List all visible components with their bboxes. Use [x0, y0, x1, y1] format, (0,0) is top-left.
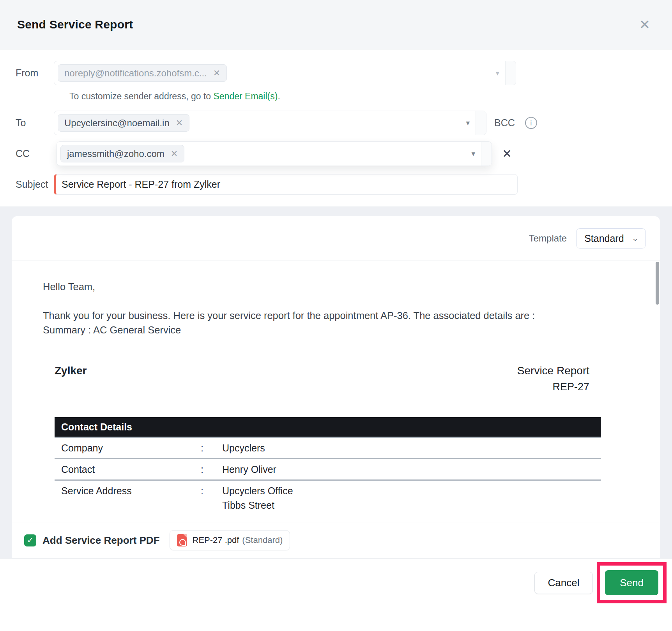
from-dropdown-icon[interactable]: ▾ [495, 69, 499, 78]
cancel-button[interactable]: Cancel [534, 572, 593, 594]
to-row: To Upcyclersinc@noemail.in ✕ ▾ BCC i [0, 111, 672, 135]
modal-footer: Cancel Send [0, 558, 672, 607]
email-greeting: Hello Team, [43, 280, 565, 294]
row-colon: : [201, 485, 222, 511]
pdf-icon [177, 534, 187, 546]
row-label: Service Address [61, 485, 201, 511]
row-value: Henry Oliver [222, 464, 276, 475]
subject-label: Subject [0, 179, 54, 190]
report-header: Zylker Service Report REP-27 [43, 365, 589, 393]
cc-row: CC jamessmith@zoho.com ✕ ▾ ✕ [0, 141, 672, 166]
from-address-text: noreply@notifications.zohofsm.c... [64, 68, 207, 79]
email-paragraph-text: Thank you for your business. Here is you… [43, 310, 535, 321]
report-doc-block: Service Report REP-27 [517, 365, 589, 393]
report-company-name: Zylker [55, 365, 87, 393]
cc-address-chip[interactable]: jamessmith@zoho.com ✕ [60, 145, 184, 162]
check-icon: ✓ [27, 536, 34, 545]
to-field[interactable]: Upcyclersinc@noemail.in ✕ ▾ [54, 111, 486, 135]
remove-cc-chip-icon[interactable]: ✕ [171, 149, 178, 159]
modal-header: Send Service Report ✕ [0, 0, 672, 49]
row-value-line1: Upcyclers Office [222, 485, 293, 497]
table-row: Service Address : Upcyclers Office Tibbs… [55, 479, 601, 515]
info-icon[interactable]: i [525, 117, 537, 129]
attachment-file-name: REP-27 .pdf [193, 535, 239, 545]
from-row: From noreply@notifications.zohofsm.c... … [0, 61, 672, 85]
row-value: Upcyclers Office Tibbs Street [222, 485, 293, 511]
send-highlight-annotation: Send [597, 562, 667, 603]
send-button[interactable]: Send [605, 570, 658, 595]
cc-dropdown-icon[interactable]: ▾ [471, 149, 475, 158]
to-address-chip[interactable]: Upcyclersinc@noemail.in ✕ [58, 114, 189, 132]
chevron-down-icon: ⌄ [631, 235, 639, 242]
template-toolbar: Template Standard ⌄ [12, 216, 660, 261]
to-field-endcap [476, 111, 486, 135]
from-address-chip[interactable]: noreply@notifications.zohofsm.c... ✕ [58, 64, 227, 82]
from-field-endcap [505, 61, 516, 85]
attachment-file-chip[interactable]: REP-27 .pdf (Standard) [170, 530, 290, 550]
template-selected-value: Standard [584, 233, 624, 244]
row-label: Contact [61, 464, 201, 475]
page-title: Send Service Report [17, 18, 133, 31]
subject-input[interactable]: Service Report - REP-27 from Zylker [54, 174, 518, 195]
row-value: Upcyclers [222, 442, 265, 454]
report-doc-title: Service Report [517, 365, 589, 377]
bcc-toggle[interactable]: BCC [494, 117, 515, 129]
attachment-file-variant: (Standard) [242, 535, 283, 545]
remove-cc-row-icon[interactable]: ✕ [502, 148, 512, 160]
template-label: Template [529, 233, 567, 244]
add-report-pdf-label: Add Service Report PDF [42, 534, 160, 546]
attachment-row: ✓ Add Service Report PDF REP-27 .pdf (St… [12, 522, 660, 558]
cc-address-text: jamessmith@zoho.com [67, 148, 164, 159]
remove-to-icon[interactable]: ✕ [176, 118, 183, 128]
from-field[interactable]: noreply@notifications.zohofsm.c... ✕ ▾ [54, 61, 516, 85]
to-label: To [0, 117, 54, 129]
close-icon[interactable]: ✕ [639, 18, 651, 31]
row-value-line2: Tibbs Street [222, 500, 293, 511]
template-card: Template Standard ⌄ Hello Team, Thank yo… [12, 216, 660, 558]
row-colon: : [201, 464, 222, 475]
email-paragraph: Thank you for your business. Here is you… [43, 308, 565, 337]
template-band: Template Standard ⌄ Hello Team, Thank yo… [0, 206, 672, 558]
contact-details-header: Contact Details [55, 417, 601, 437]
add-report-pdf-checkbox[interactable]: ✓ [24, 534, 36, 546]
report-doc-number: REP-27 [517, 381, 589, 393]
cc-field-endcap [481, 142, 492, 166]
row-label: Company [61, 442, 201, 454]
cc-label: CC [0, 148, 54, 159]
to-dropdown-icon[interactable]: ▾ [466, 118, 470, 127]
email-preview[interactable]: Hello Team, Thank you for your business.… [12, 261, 660, 522]
subject-row: Subject Service Report - REP-27 from Zyl… [0, 174, 672, 195]
helper-suffix: . [278, 91, 280, 101]
table-row: Company : Upcyclers [55, 437, 601, 458]
email-summary-line: Summary : AC General Service [43, 324, 181, 335]
remove-from-icon[interactable]: ✕ [213, 68, 220, 78]
to-address-text: Upcyclersinc@noemail.in [64, 118, 170, 129]
cc-field[interactable]: jamessmith@zoho.com ✕ ▾ [57, 141, 492, 166]
helper-prefix: To customize sender address, go to [69, 91, 213, 101]
contact-details-table: Contact Details Company : Upcyclers Cont… [55, 417, 601, 515]
template-select[interactable]: Standard ⌄ [576, 228, 646, 249]
scrollbar-thumb[interactable] [656, 262, 659, 305]
sender-helper-text: To customize sender address, go to Sende… [69, 91, 672, 102]
from-label: From [0, 67, 54, 79]
row-colon: : [201, 442, 222, 454]
table-row: Contact : Henry Oliver [55, 458, 601, 479]
email-form: From noreply@notifications.zohofsm.c... … [0, 49, 672, 195]
email-preview-content: Hello Team, Thank you for your business.… [12, 261, 565, 515]
sender-emails-link[interactable]: Sender Email(s) [213, 91, 278, 101]
